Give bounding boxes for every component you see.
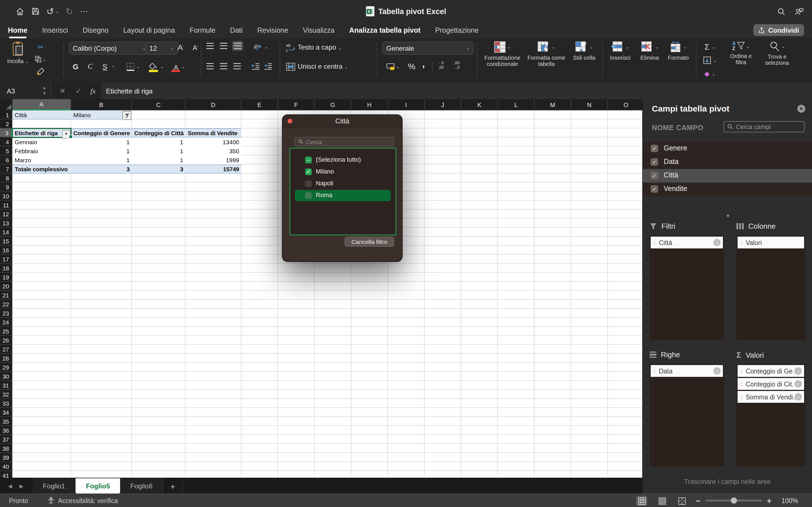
pivot-cell-D6[interactable]: 1999: [186, 156, 241, 165]
align-right-icon[interactable]: [234, 63, 241, 69]
filter-item-milano[interactable]: ✓Milano: [290, 166, 395, 177]
cell-styles-button[interactable]: ⌄ Stili cella: [569, 41, 599, 61]
increase-indent-icon[interactable]: [264, 62, 272, 70]
row-header-12[interactable]: 12: [0, 210, 12, 219]
pivot-cell-B4[interactable]: 1: [71, 137, 132, 147]
row-header-29[interactable]: 29: [0, 363, 12, 372]
info-icon[interactable]: i: [713, 239, 721, 246]
zoom-out-icon[interactable]: −: [696, 494, 700, 507]
filter-applied-icon[interactable]: [122, 111, 132, 120]
row-header-10[interactable]: 10: [0, 191, 12, 201]
row-header-20[interactable]: 20: [0, 282, 12, 291]
pivot-cell-B5[interactable]: 1: [71, 147, 132, 156]
number-format-select[interactable]: Generale⌄: [382, 42, 474, 55]
pivot-cell-B6[interactable]: 1: [71, 156, 132, 165]
pivot-header-conteggio-di-genere[interactable]: Conteggio di Genere: [71, 128, 132, 137]
row-header-38[interactable]: 38: [0, 444, 12, 453]
row-header-40[interactable]: 40: [0, 462, 12, 471]
search-icon[interactable]: [776, 6, 786, 16]
drag-grip-icon[interactable]: :: [741, 394, 742, 400]
row-header-31[interactable]: 31: [0, 381, 12, 390]
column-header-b[interactable]: B: [71, 99, 132, 110]
pivot-total-B7[interactable]: 3: [71, 165, 132, 173]
row-header-13[interactable]: 13: [0, 219, 12, 228]
cell-filter-value[interactable]: Milano: [71, 110, 132, 119]
name-box[interactable]: A3 ▲▼: [0, 83, 51, 99]
increase-decimal-button[interactable]: ←0,00: [438, 61, 444, 70]
fx-icon[interactable]: fx: [87, 83, 99, 99]
panel-resize-dot[interactable]: [727, 215, 729, 217]
delete-cells-button[interactable]: ⌄ Elimina: [636, 41, 663, 61]
normal-view-icon[interactable]: [636, 496, 647, 506]
area-pill-citt[interactable]: :Cittài: [651, 237, 723, 248]
select-all-corner[interactable]: [0, 99, 13, 111]
insert-cells-button[interactable]: ⌄ Inserisci: [606, 41, 635, 61]
area-pill-somma-di-vendi[interactable]: :Somma di Vendi…i: [738, 391, 804, 403]
field-checkbox-citt[interactable]: ✓: [651, 172, 658, 179]
area-pill-valori[interactable]: :Valori: [738, 237, 804, 248]
pivot-total-A7[interactable]: Totale complessivo: [12, 165, 71, 173]
font-size-select[interactable]: 12⌄: [146, 42, 178, 55]
drag-grip-icon[interactable]: :: [741, 368, 742, 374]
row-header-1[interactable]: 1: [0, 110, 12, 119]
row-header-22[interactable]: 22: [0, 300, 12, 309]
row-header-24[interactable]: 24: [0, 318, 12, 327]
find-select-button[interactable]: ⌄ Trova e seleziona: [760, 41, 794, 66]
pivot-cell-A4[interactable]: Gennaio: [12, 137, 71, 147]
pivot-cell-D4[interactable]: 13400: [186, 137, 241, 147]
tab-revisione[interactable]: Revisione: [257, 26, 289, 34]
italic-button[interactable]: C: [85, 61, 96, 72]
row-header-26[interactable]: 26: [0, 336, 12, 345]
column-header-d[interactable]: D: [186, 99, 241, 110]
info-icon[interactable]: i: [795, 380, 802, 388]
page-layout-view-icon[interactable]: [656, 496, 668, 506]
row-header-19[interactable]: 19: [0, 273, 12, 282]
column-header-k[interactable]: K: [461, 99, 498, 110]
drag-grip-icon[interactable]: :: [654, 240, 656, 245]
row-header-41[interactable]: 41: [0, 471, 12, 478]
checkbox-milano[interactable]: ✓: [305, 168, 312, 175]
zoom-in-icon[interactable]: +: [767, 494, 771, 507]
drag-grip-icon[interactable]: :: [741, 381, 742, 387]
row-header-3[interactable]: 3: [0, 128, 12, 137]
filters-drop-area[interactable]: :Cittài: [650, 235, 724, 340]
row-header-17[interactable]: 17: [0, 255, 12, 264]
row-header-7[interactable]: 7: [0, 165, 12, 173]
row-header-32[interactable]: 32: [0, 390, 12, 399]
row-header-5[interactable]: 5: [0, 147, 12, 156]
field-checkbox-genere[interactable]: ✓: [651, 145, 658, 152]
selection-fill-handle[interactable]: [69, 135, 73, 138]
tab-home[interactable]: Home: [8, 26, 28, 34]
area-pill-data[interactable]: :Datai: [651, 365, 723, 377]
panel-close-icon[interactable]: ✕: [797, 105, 805, 113]
tab-inserisci[interactable]: Inserisci: [42, 26, 68, 34]
row-header-8[interactable]: 8: [0, 173, 12, 182]
area-pill-conteggio-di-ge[interactable]: :Conteggio di Ge…i: [738, 365, 804, 377]
clear-button[interactable]: ◆⌄: [700, 69, 719, 79]
formula-input[interactable]: Etichette di riga: [101, 83, 812, 99]
column-header-n[interactable]: N: [571, 99, 608, 110]
field-checkbox-data[interactable]: ✓: [651, 158, 658, 166]
info-icon[interactable]: i: [795, 393, 802, 400]
tab-dati[interactable]: Dati: [230, 26, 243, 34]
pivot-total-D7[interactable]: 15749: [186, 165, 241, 173]
font-name-select[interactable]: Calibri (Corpo)⌄: [69, 42, 150, 55]
conditional-formatting-button[interactable]: ⌄ Formattazione condizionale: [481, 41, 523, 67]
cut-button[interactable]: ✂: [35, 42, 46, 51]
row-header-14[interactable]: 14: [0, 228, 12, 237]
underline-chevron-icon[interactable]: ⌄: [110, 63, 116, 68]
orientation-button[interactable]: ab ⌄: [252, 42, 271, 52]
pivot-cell-A5[interactable]: Febbraio: [12, 147, 71, 156]
tab-analizza-tabella-pivot[interactable]: Analizza tabella pivot: [349, 26, 420, 34]
pivot-cell-C6[interactable]: 1: [132, 156, 186, 165]
row-header-11[interactable]: 11: [0, 201, 12, 210]
fill-button[interactable]: ⌄: [700, 55, 719, 65]
tab-visualizza[interactable]: Visualizza: [303, 26, 335, 34]
cell-filter-label[interactable]: Città: [12, 110, 71, 119]
pivot-cell-A6[interactable]: Marzo: [12, 156, 71, 165]
filter-item-seleziona-tutto[interactable]: –(Seleziona tutto): [290, 154, 395, 166]
paste-button[interactable]: Incolla ⌄: [4, 41, 32, 65]
enter-icon[interactable]: ✓: [72, 83, 85, 99]
column-header-g[interactable]: G: [315, 99, 351, 110]
field-item-vendite[interactable]: ✓Vendite: [643, 182, 812, 196]
